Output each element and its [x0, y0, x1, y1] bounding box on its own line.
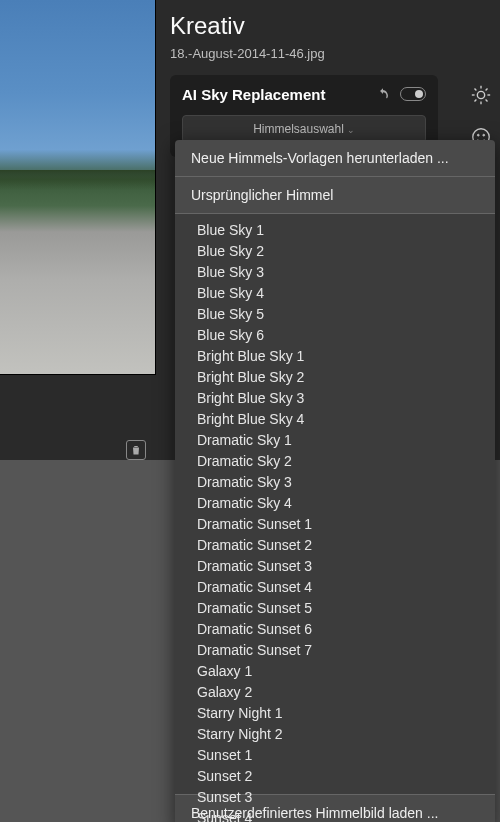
sky-preset-item[interactable]: Dramatic Sunset 2	[175, 535, 495, 556]
module-toggle[interactable]	[400, 87, 426, 101]
svg-line-7	[474, 100, 476, 102]
sky-preset-item[interactable]: Dramatic Sky 4	[175, 493, 495, 514]
sky-preset-item[interactable]: Dramatic Sky 3	[175, 472, 495, 493]
sky-preset-list: Blue Sky 1Blue Sky 2Blue Sky 3Blue Sky 4…	[175, 214, 495, 794]
sky-preset-item[interactable]: Blue Sky 1	[175, 220, 495, 241]
sky-preset-item[interactable]: Bright Blue Sky 2	[175, 367, 495, 388]
sky-preset-item[interactable]: Dramatic Sunset 5	[175, 598, 495, 619]
sky-preset-item[interactable]: Dramatic Sunset 1	[175, 514, 495, 535]
sky-preset-item[interactable]: Bright Blue Sky 4	[175, 409, 495, 430]
sky-preset-item[interactable]: Starry Night 2	[175, 724, 495, 745]
module-header: AI Sky Replacement	[182, 85, 426, 103]
sky-preset-item[interactable]: Blue Sky 5	[175, 304, 495, 325]
svg-point-10	[477, 134, 479, 136]
sky-preset-item[interactable]: Dramatic Sky 2	[175, 451, 495, 472]
file-name: 18.-August-2014-11-46.jpg	[170, 46, 486, 61]
sky-preset-item[interactable]: Blue Sky 3	[175, 262, 495, 283]
svg-line-6	[486, 100, 488, 102]
menu-original-sky[interactable]: Ursprünglicher Himmel	[175, 177, 495, 213]
dropdown-label: Himmelsauswahl	[253, 122, 344, 136]
sky-preset-item[interactable]: Dramatic Sunset 4	[175, 577, 495, 598]
page-title: Kreativ	[170, 12, 486, 40]
sky-preset-item[interactable]: Sunset 2	[175, 766, 495, 787]
sky-preset-item[interactable]: Galaxy 1	[175, 661, 495, 682]
preview-image	[0, 0, 156, 375]
undo-icon[interactable]	[374, 85, 392, 103]
sun-icon[interactable]	[466, 80, 496, 110]
preview-trash-area	[0, 375, 156, 470]
sky-preset-item[interactable]: Starry Night 1	[175, 703, 495, 724]
module-title: AI Sky Replacement	[182, 86, 366, 103]
sky-preset-item[interactable]: Galaxy 2	[175, 682, 495, 703]
menu-download-templates[interactable]: Neue Himmels-Vorlagen herunterladen ...	[175, 140, 495, 176]
svg-point-11	[483, 134, 485, 136]
sky-selection-menu: Neue Himmels-Vorlagen herunterladen ... …	[175, 140, 495, 822]
sky-preset-item[interactable]: Blue Sky 4	[175, 283, 495, 304]
sky-preset-item[interactable]: Bright Blue Sky 1	[175, 346, 495, 367]
sky-preset-item[interactable]: Bright Blue Sky 3	[175, 388, 495, 409]
sky-preset-item[interactable]: Blue Sky 2	[175, 241, 495, 262]
svg-line-5	[474, 88, 476, 90]
sky-preset-item[interactable]: Dramatic Sunset 7	[175, 640, 495, 661]
trash-icon[interactable]	[126, 440, 146, 460]
svg-point-0	[477, 91, 484, 98]
svg-line-8	[486, 88, 488, 90]
sky-preset-item[interactable]: Dramatic Sunset 6	[175, 619, 495, 640]
sky-preset-item[interactable]: Sunset 1	[175, 745, 495, 766]
chevron-down-icon: ⌄	[347, 125, 355, 135]
sky-preset-item[interactable]: Blue Sky 6	[175, 325, 495, 346]
sky-selection-dropdown[interactable]: Himmelsauswahl⌄	[182, 115, 426, 143]
sky-preset-item[interactable]: Dramatic Sky 1	[175, 430, 495, 451]
sky-preset-item[interactable]: Dramatic Sunset 3	[175, 556, 495, 577]
